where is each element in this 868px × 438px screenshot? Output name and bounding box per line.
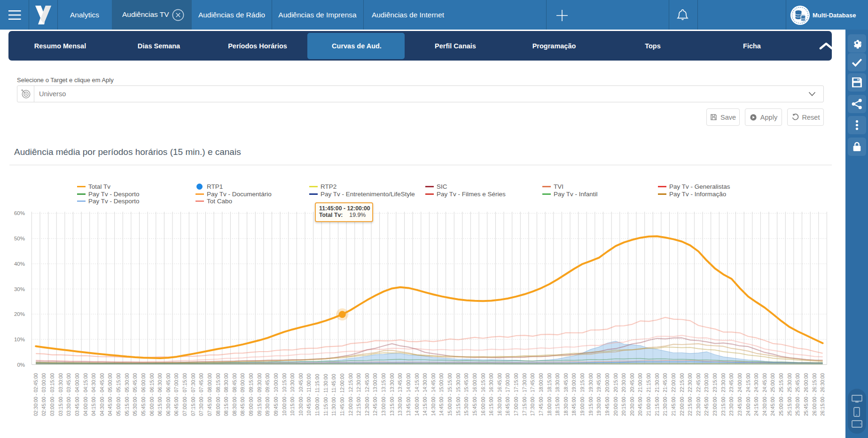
svg-text:04:45:00 - 05:00:00: 04:45:00 - 05:00:00 bbox=[107, 373, 113, 416]
svg-text:18:00:00 - 18:15:00: 18:00:00 - 18:15:00 bbox=[547, 373, 552, 416]
svg-text:22:45:00 - 23:00:00: 22:45:00 - 23:00:00 bbox=[704, 373, 709, 416]
svg-text:24:15:00 - 24:30:00: 24:15:00 - 24:30:00 bbox=[753, 373, 759, 416]
svg-text:12:15:00 - 12:30:00: 12:15:00 - 12:30:00 bbox=[356, 373, 361, 416]
svg-text:10%: 10% bbox=[14, 337, 25, 342]
svg-text:06:15:00 - 06:30:00: 06:15:00 - 06:30:00 bbox=[157, 373, 163, 416]
svg-text:25:45:00 - 26:00:00: 25:45:00 - 26:00:00 bbox=[803, 373, 809, 416]
svg-text:18:45:00 - 19:00:00: 18:45:00 - 19:00:00 bbox=[571, 373, 577, 416]
svg-text:11:15:00 - 11:30:00: 11:15:00 - 11:30:00 bbox=[323, 374, 328, 416]
svg-text:10:45:00 - 11:00:00: 10:45:00 - 11:00:00 bbox=[306, 374, 312, 416]
svg-text:11:00:00 - 11:15:00: 11:00:00 - 11:15:00 bbox=[314, 374, 320, 416]
svg-text:21:15:00 - 21:30:00: 21:15:00 - 21:30:00 bbox=[654, 373, 660, 416]
svg-text:22:15:00 - 22:30:00: 22:15:00 - 22:30:00 bbox=[687, 373, 693, 416]
svg-text:09:45:00 - 10:00:00: 09:45:00 - 10:00:00 bbox=[273, 373, 279, 416]
svg-text:14:30:00 - 14:45:00: 14:30:00 - 14:45:00 bbox=[430, 373, 436, 416]
svg-text:25:30:00 - 25:45:00: 25:30:00 - 25:45:00 bbox=[795, 373, 800, 416]
svg-text:09:15:00 - 09:30:00: 09:15:00 - 09:30:00 bbox=[257, 373, 262, 416]
svg-text:19:45:00 - 20:00:00: 19:45:00 - 20:00:00 bbox=[604, 373, 610, 416]
svg-text:22:00:00 - 22:15:00: 22:00:00 - 22:15:00 bbox=[679, 373, 685, 416]
svg-text:50%: 50% bbox=[14, 236, 25, 241]
svg-text:17:00:00 - 17:15:00: 17:00:00 - 17:15:00 bbox=[513, 373, 519, 416]
svg-text:13:45:00 - 14:00:00: 13:45:00 - 14:00:00 bbox=[406, 373, 411, 416]
svg-text:16:45:00 - 17:00:00: 16:45:00 - 17:00:00 bbox=[505, 373, 510, 416]
svg-text:24:00:00 - 24:15:00: 24:00:00 - 24:15:00 bbox=[745, 373, 751, 416]
svg-text:12:45:00 - 13:00:00: 12:45:00 - 13:00:00 bbox=[372, 373, 378, 416]
svg-text:10:30:00 - 10:45:00: 10:30:00 - 10:45:00 bbox=[298, 373, 304, 416]
svg-text:03:00:00 - 03:15:00: 03:00:00 - 03:15:00 bbox=[49, 373, 55, 416]
svg-text:19:15:00 - 19:30:00: 19:15:00 - 19:30:00 bbox=[588, 373, 594, 416]
svg-text:07:45:00 - 08:00:00: 07:45:00 - 08:00:00 bbox=[207, 373, 212, 416]
svg-text:02:30:00 - 02:45:00: 02:30:00 - 02:45:00 bbox=[33, 373, 39, 416]
svg-text:05:30:00 - 05:45:00: 05:30:00 - 05:45:00 bbox=[132, 373, 138, 416]
svg-text:23:30:00 - 23:45:00: 23:30:00 - 23:45:00 bbox=[728, 373, 734, 416]
svg-text:21:00:00 - 21:15:00: 21:00:00 - 21:15:00 bbox=[646, 373, 651, 416]
svg-text:40%: 40% bbox=[14, 261, 25, 267]
svg-text:05:45:00 - 06:00:00: 05:45:00 - 06:00:00 bbox=[141, 373, 146, 416]
svg-text:21:45:00 - 22:00:00: 21:45:00 - 22:00:00 bbox=[671, 373, 676, 416]
svg-text:25:15:00 - 25:30:00: 25:15:00 - 25:30:00 bbox=[787, 373, 792, 416]
svg-text:16:00:00 - 16:15:00: 16:00:00 - 16:15:00 bbox=[480, 373, 486, 416]
svg-text:13:00:00 - 13:15:00: 13:00:00 - 13:15:00 bbox=[381, 373, 386, 416]
svg-text:06:00:00 - 06:15:00: 06:00:00 - 06:15:00 bbox=[149, 373, 155, 416]
svg-text:14:00:00 - 14:15:00: 14:00:00 - 14:15:00 bbox=[414, 373, 420, 416]
svg-text:04:15:00 - 04:30:00: 04:15:00 - 04:30:00 bbox=[91, 373, 96, 416]
svg-text:07:15:00 - 07:30:00: 07:15:00 - 07:30:00 bbox=[190, 373, 196, 416]
svg-text:15:00:00 - 15:15:00: 15:00:00 - 15:15:00 bbox=[447, 373, 453, 416]
svg-text:10:00:00 - 10:15:00: 10:00:00 - 10:15:00 bbox=[282, 373, 287, 416]
svg-text:23:00:00 - 23:15:00: 23:00:00 - 23:15:00 bbox=[712, 373, 718, 416]
svg-text:20%: 20% bbox=[14, 311, 25, 317]
svg-text:11:30:00 - 11:45:00: 11:30:00 - 11:45:00 bbox=[331, 374, 336, 416]
svg-text:07:00:00 - 07:15:00: 07:00:00 - 07:15:00 bbox=[182, 373, 188, 416]
svg-text:21:30:00 - 21:45:00: 21:30:00 - 21:45:00 bbox=[662, 373, 668, 416]
svg-text:20:15:00 - 20:30:00: 20:15:00 - 20:30:00 bbox=[621, 373, 626, 416]
svg-text:04:30:00 - 04:45:00: 04:30:00 - 04:45:00 bbox=[99, 373, 105, 416]
svg-text:60%: 60% bbox=[14, 210, 25, 216]
svg-text:14:15:00 - 14:30:00: 14:15:00 - 14:30:00 bbox=[422, 373, 428, 416]
svg-text:17:45:00 - 18:00:00: 17:45:00 - 18:00:00 bbox=[538, 373, 544, 416]
svg-text:24:30:00 - 24:45:00: 24:30:00 - 24:45:00 bbox=[762, 373, 767, 416]
svg-text:03:45:00 - 04:00:00: 03:45:00 - 04:00:00 bbox=[74, 373, 80, 416]
svg-text:20:45:00 - 21:00:00: 20:45:00 - 21:00:00 bbox=[637, 373, 643, 416]
svg-text:06:30:00 - 06:45:00: 06:30:00 - 06:45:00 bbox=[165, 373, 171, 416]
svg-text:15:30:00 - 15:45:00: 15:30:00 - 15:45:00 bbox=[463, 373, 469, 416]
svg-text:13:30:00 - 13:45:00: 13:30:00 - 13:45:00 bbox=[397, 373, 403, 416]
svg-text:20:00:00 - 20:15:00: 20:00:00 - 20:15:00 bbox=[613, 373, 618, 416]
svg-text:04:00:00 - 04:15:00: 04:00:00 - 04:15:00 bbox=[83, 373, 88, 416]
svg-text:15:45:00 - 16:00:00: 15:45:00 - 16:00:00 bbox=[472, 373, 477, 416]
svg-text:09:00:00 - 09:15:00: 09:00:00 - 09:15:00 bbox=[248, 373, 254, 416]
svg-text:25:00:00 - 25:15:00: 25:00:00 - 25:15:00 bbox=[778, 373, 784, 416]
svg-text:16:30:00 - 16:45:00: 16:30:00 - 16:45:00 bbox=[497, 373, 502, 416]
svg-text:18:30:00 - 18:45:00: 18:30:00 - 18:45:00 bbox=[563, 373, 569, 416]
svg-text:26:00:00 - 26:15:00: 26:00:00 - 26:15:00 bbox=[812, 373, 817, 416]
svg-text:24:45:00 - 25:00:00: 24:45:00 - 25:00:00 bbox=[770, 373, 775, 416]
svg-text:02:45:00 - 03:00:00: 02:45:00 - 03:00:00 bbox=[41, 373, 47, 416]
svg-text:16:15:00 - 16:30:00: 16:15:00 - 16:30:00 bbox=[488, 373, 494, 416]
svg-text:08:45:00 - 09:00:00: 08:45:00 - 09:00:00 bbox=[240, 373, 245, 416]
svg-text:12:00:00 - 12:15:00: 12:00:00 - 12:15:00 bbox=[348, 373, 353, 416]
svg-text:09:30:00 - 09:45:00: 09:30:00 - 09:45:00 bbox=[265, 373, 270, 416]
svg-text:13:15:00 - 13:30:00: 13:15:00 - 13:30:00 bbox=[389, 373, 395, 416]
svg-text:07:30:00 - 07:45:00: 07:30:00 - 07:45:00 bbox=[198, 373, 204, 416]
svg-text:12:30:00 - 12:45:00: 12:30:00 - 12:45:00 bbox=[364, 373, 370, 416]
svg-text:10:15:00 - 10:30:00: 10:15:00 - 10:30:00 bbox=[289, 373, 295, 416]
svg-text:03:30:00 - 03:45:00: 03:30:00 - 03:45:00 bbox=[66, 373, 71, 416]
svg-text:19:30:00 - 19:45:00: 19:30:00 - 19:45:00 bbox=[596, 373, 602, 416]
svg-text:06:45:00 - 07:00:00: 06:45:00 - 07:00:00 bbox=[173, 373, 179, 416]
svg-text:05:00:00 - 05:15:00: 05:00:00 - 05:15:00 bbox=[116, 373, 121, 416]
svg-text:18:15:00 - 18:30:00: 18:15:00 - 18:30:00 bbox=[555, 373, 560, 416]
svg-text:26:15:00 - 26:30:00: 26:15:00 - 26:30:00 bbox=[820, 373, 825, 416]
svg-text:14:45:00 - 15:00:00: 14:45:00 - 15:00:00 bbox=[438, 373, 444, 416]
svg-text:23:15:00 - 23:30:00: 23:15:00 - 23:30:00 bbox=[720, 373, 726, 416]
svg-text:23:45:00 - 24:00:00: 23:45:00 - 24:00:00 bbox=[737, 373, 743, 416]
svg-text:19:00:00 - 19:15:00: 19:00:00 - 19:15:00 bbox=[579, 373, 585, 416]
svg-text:17:15:00 - 17:30:00: 17:15:00 - 17:30:00 bbox=[522, 373, 527, 416]
svg-text:0%: 0% bbox=[17, 362, 25, 368]
svg-text:22:30:00 - 22:45:00: 22:30:00 - 22:45:00 bbox=[696, 373, 701, 416]
svg-text:30%: 30% bbox=[14, 286, 25, 292]
svg-text:05:15:00 - 05:30:00: 05:15:00 - 05:30:00 bbox=[124, 373, 130, 416]
svg-text:17:30:00 - 17:45:00: 17:30:00 - 17:45:00 bbox=[530, 373, 535, 416]
svg-text:08:30:00 - 08:45:00: 08:30:00 - 08:45:00 bbox=[232, 373, 237, 416]
svg-text:03:15:00 - 03:30:00: 03:15:00 - 03:30:00 bbox=[58, 373, 63, 416]
svg-text:15:15:00 - 15:30:00: 15:15:00 - 15:30:00 bbox=[455, 373, 461, 416]
svg-text:08:00:00 - 08:15:00: 08:00:00 - 08:15:00 bbox=[215, 373, 221, 416]
